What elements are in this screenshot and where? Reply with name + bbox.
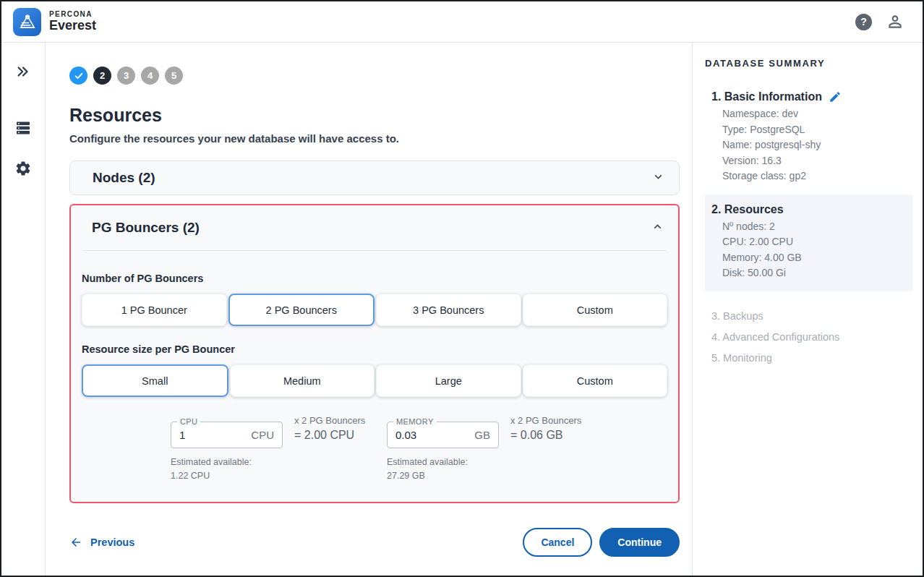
size-option-custom[interactable]: Custom bbox=[523, 364, 668, 397]
memory-field-label: MEMORY bbox=[393, 417, 437, 426]
pg-bouncers-accordion[interactable]: PG Bouncers (2) bbox=[71, 205, 678, 250]
databases-list-icon[interactable] bbox=[13, 118, 33, 138]
brand-text: PERCONA Everest bbox=[49, 11, 96, 32]
edit-icon[interactable] bbox=[829, 90, 842, 103]
resource-size-toggle-group: Small Medium Large Custom bbox=[82, 364, 667, 397]
count-group-label: Number of PG Bouncers bbox=[82, 273, 667, 284]
memory-unit: GB bbox=[474, 429, 490, 441]
size-group-label: Resource size per PG Bouncer bbox=[82, 343, 667, 355]
cpu-unit: CPU bbox=[251, 429, 274, 441]
summary-section-resources: 2. Resources Nº nodes: 2 CPU: 2.00 CPU M… bbox=[705, 195, 912, 291]
pg-bouncers-title: PG Bouncers (2) bbox=[92, 220, 200, 236]
summary-section-advanced-configurations: 4. Advanced Configurations bbox=[711, 330, 912, 345]
check-icon bbox=[74, 71, 84, 81]
step-1-done[interactable] bbox=[69, 67, 87, 85]
wizard-main: 2 3 4 5 Resources Configure the resource… bbox=[46, 43, 692, 576]
chevron-down-icon bbox=[652, 171, 664, 186]
step-4[interactable]: 4 bbox=[141, 67, 159, 85]
step-2-active[interactable]: 2 bbox=[93, 67, 111, 85]
size-option-small[interactable]: Small bbox=[82, 364, 228, 397]
chevron-up-icon bbox=[651, 221, 664, 236]
settings-gear-icon[interactable] bbox=[13, 158, 33, 179]
pg-bouncers-panel: PG Bouncers (2) Number of PG Bouncers 1 … bbox=[69, 204, 680, 503]
cpu-group: CPU CPU Estimated available: 1.22 CPU bbox=[171, 422, 387, 483]
brand: PERCONA Everest bbox=[13, 8, 96, 36]
app-window: PERCONA Everest ? bbox=[0, 0, 924, 577]
count-option-1-pg-bouncer[interactable]: 1 PG Bouncer bbox=[82, 294, 227, 326]
count-option-2-pg-bouncers[interactable]: 2 PG Bouncers bbox=[228, 294, 375, 326]
cpu-input[interactable] bbox=[179, 429, 230, 441]
pg-bouncer-count-toggle-group: 1 PG Bouncer 2 PG Bouncers 3 PG Bouncers… bbox=[82, 294, 667, 326]
continue-button[interactable]: Continue bbox=[599, 528, 680, 557]
previous-label: Previous bbox=[90, 537, 134, 548]
summary-item: Type: PostgreSQL bbox=[722, 122, 912, 138]
expand-sidebar-icon[interactable] bbox=[13, 61, 33, 82]
summary-section-title: 1. Basic Information bbox=[711, 90, 822, 103]
help-glyph: ? bbox=[860, 16, 867, 27]
memory-calc: x 2 PG Bouncers = 0.06 GB bbox=[510, 415, 581, 442]
percona-logo-icon bbox=[13, 8, 41, 36]
summary-item: Namespace: dev bbox=[722, 106, 912, 122]
step-3[interactable]: 3 bbox=[117, 67, 135, 85]
summary-item: Version: 16.3 bbox=[722, 153, 912, 169]
summary-pending-sections: 3. Backups 4. Advanced Configurations 5.… bbox=[705, 309, 912, 366]
memory-input[interactable] bbox=[395, 429, 446, 441]
account-icon[interactable] bbox=[885, 12, 905, 32]
database-summary-panel: DATABASE SUMMARY 1. Basic Information Na… bbox=[692, 43, 923, 576]
summary-item: CPU: 2.00 CPU bbox=[722, 234, 912, 250]
size-option-large[interactable]: Large bbox=[376, 364, 521, 397]
memory-field: MEMORY GB bbox=[387, 422, 499, 448]
summary-section-monitoring: 5. Monitoring bbox=[711, 351, 912, 366]
previous-button[interactable]: Previous bbox=[69, 536, 134, 549]
page-subtitle: Configure the resources your new databas… bbox=[69, 132, 680, 145]
resource-inputs-row: CPU CPU Estimated available: 1.22 CPU bbox=[171, 422, 667, 483]
arrow-left-icon bbox=[69, 536, 82, 549]
count-option-3-pg-bouncers[interactable]: 3 PG Bouncers bbox=[376, 294, 521, 326]
cpu-field: CPU CPU bbox=[171, 422, 283, 448]
cpu-field-label: CPU bbox=[177, 417, 200, 426]
summary-title: DATABASE SUMMARY bbox=[705, 58, 912, 69]
page-title: Resources bbox=[69, 105, 680, 126]
summary-section-basic-information: 1. Basic Information Namespace: dev Type… bbox=[705, 90, 912, 184]
size-option-medium[interactable]: Medium bbox=[230, 364, 375, 397]
cpu-estimated: Estimated available: 1.22 CPU bbox=[171, 456, 283, 483]
summary-item: Name: postgresql-shy bbox=[722, 137, 912, 153]
nodes-accordion[interactable]: Nodes (2) bbox=[69, 161, 680, 195]
wizard-actions: Previous Cancel Continue bbox=[69, 528, 680, 557]
summary-section-title: 2. Resources bbox=[711, 203, 784, 216]
memory-estimated: Estimated available: 27.29 GB bbox=[387, 456, 499, 483]
top-bar: PERCONA Everest ? bbox=[1, 1, 923, 43]
summary-item: Nº nodes: 2 bbox=[722, 219, 912, 235]
summary-item: Storage class: gp2 bbox=[722, 168, 912, 184]
count-option-custom[interactable]: Custom bbox=[523, 294, 668, 326]
help-icon[interactable]: ? bbox=[855, 14, 872, 30]
summary-item: Memory: 4.00 GB bbox=[722, 250, 912, 266]
memory-group: MEMORY GB Estimated available: 27.29 GB bbox=[387, 422, 603, 483]
summary-item: Disk: 50.00 Gi bbox=[722, 265, 912, 281]
nodes-accordion-title: Nodes (2) bbox=[93, 170, 155, 186]
wizard-stepper: 2 3 4 5 bbox=[69, 67, 680, 85]
cancel-button[interactable]: Cancel bbox=[523, 528, 592, 557]
brand-everest: Everest bbox=[49, 19, 96, 33]
cpu-calc: x 2 PG Bouncers = 2.00 CPU bbox=[294, 415, 365, 442]
summary-section-backups: 3. Backups bbox=[711, 309, 912, 324]
left-nav bbox=[1, 43, 46, 576]
step-5[interactable]: 5 bbox=[165, 67, 183, 85]
top-bar-actions: ? bbox=[855, 12, 905, 32]
